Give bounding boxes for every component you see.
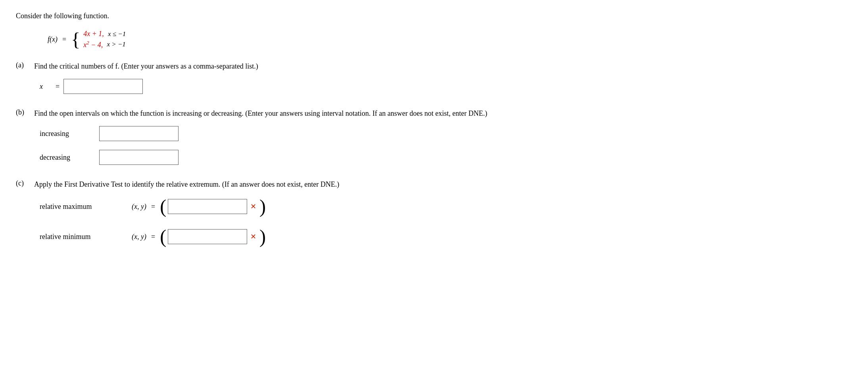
case2-expr: x2 − 4, [83, 40, 103, 49]
increasing-label: increasing [40, 130, 91, 138]
part-c-question: Apply the First Derivative Test to ident… [34, 179, 339, 190]
min-equals: = [151, 233, 155, 241]
max-open-paren: ( [160, 197, 166, 216]
relative-maximum-label: relative maximum [40, 203, 127, 211]
part-a-x-label: x [40, 82, 52, 91]
open-brace: { [71, 30, 80, 49]
relative-minimum-label: relative minimum [40, 233, 127, 241]
min-paren-group: ( ✕ ) [160, 227, 266, 246]
brace-container: { 4x + 1, x ≤ −1 x2 − 4, x > −1 [71, 30, 126, 49]
part-a-input[interactable] [63, 79, 143, 94]
min-input[interactable] [168, 229, 247, 244]
increasing-input[interactable] [99, 126, 179, 141]
part-a-question: Find the critical numbers of f. (Enter y… [34, 61, 258, 72]
part-b-label: (b) [16, 108, 28, 117]
relative-minimum-row: relative minimum (x, y) = ( ✕ ) [40, 227, 852, 246]
max-close-paren: ) [259, 197, 266, 216]
part-a-label: (a) [16, 61, 28, 69]
increasing-row: increasing [40, 126, 852, 141]
part-c-block: (c) Apply the First Derivative Test to i… [16, 179, 852, 246]
piecewise-cases: 4x + 1, x ≤ −1 x2 − 4, x > −1 [83, 30, 126, 49]
decreasing-row: decreasing [40, 150, 852, 165]
case1-condition: x ≤ −1 [108, 30, 126, 38]
part-a-header: (a) Find the critical numbers of f. (Ent… [16, 61, 852, 72]
relative-maximum-row: relative maximum (x, y) = ( ✕ ) [40, 197, 852, 216]
case1-expr: 4x + 1, [83, 30, 104, 38]
part-b-block: (b) Find the open intervals on which the… [16, 108, 852, 165]
case-row-1: 4x + 1, x ≤ −1 [83, 30, 126, 38]
part-c-header: (c) Apply the First Derivative Test to i… [16, 179, 852, 190]
case-row-2: x2 − 4, x > −1 [83, 40, 126, 49]
part-a-block: (a) Find the critical numbers of f. (Ent… [16, 61, 852, 94]
part-b-header: (b) Find the open intervals on which the… [16, 108, 852, 119]
function-equals: = [62, 35, 66, 44]
max-x-icon[interactable]: ✕ [250, 202, 256, 211]
part-c-label: (c) [16, 179, 28, 187]
min-x-icon[interactable]: ✕ [250, 232, 256, 241]
max-xy-label: (x, y) [132, 203, 146, 211]
min-xy-label: (x, y) [132, 233, 146, 241]
max-paren-group: ( ✕ ) [160, 197, 266, 216]
min-close-paren: ) [259, 227, 266, 246]
max-equals: = [151, 203, 155, 211]
case2-condition: x > −1 [107, 40, 126, 48]
max-input[interactable] [168, 199, 247, 214]
part-a-answer-row: x = [40, 79, 852, 94]
decreasing-input[interactable] [99, 150, 179, 165]
function-name: f(x) [48, 35, 58, 44]
decreasing-label: decreasing [40, 153, 91, 162]
function-display: f(x) = { 4x + 1, x ≤ −1 x2 − 4, x > −1 [48, 30, 852, 49]
intro-text: Consider the following function. [16, 12, 852, 20]
part-a-equals: = [56, 82, 60, 91]
part-b-question: Find the open intervals on which the fun… [34, 108, 487, 119]
min-open-paren: ( [160, 227, 166, 246]
